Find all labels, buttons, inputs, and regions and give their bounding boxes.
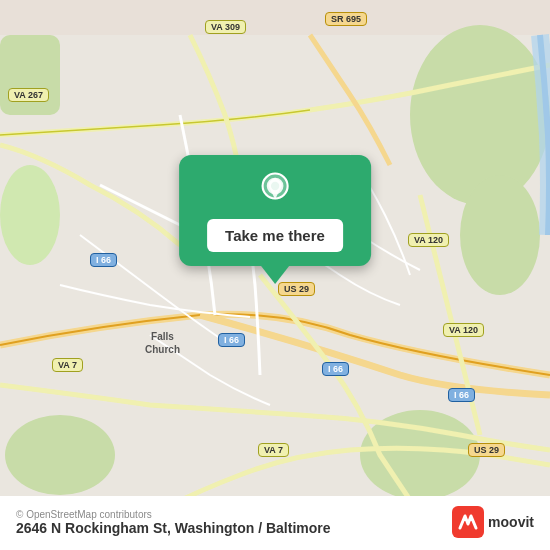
svg-rect-5 bbox=[0, 35, 60, 115]
copyright-text: © OpenStreetMap contributors bbox=[16, 509, 331, 520]
svg-point-2 bbox=[460, 175, 540, 295]
moovit-text: moovit bbox=[488, 514, 534, 530]
svg-point-1 bbox=[410, 25, 550, 205]
bottom-bar-info: © OpenStreetMap contributors 2646 N Rock… bbox=[16, 509, 331, 536]
moovit-icon bbox=[452, 506, 484, 538]
svg-point-6 bbox=[0, 165, 60, 265]
bottom-bar: © OpenStreetMap contributors 2646 N Rock… bbox=[0, 496, 550, 550]
svg-point-3 bbox=[5, 415, 115, 495]
popup-card: Take me there bbox=[179, 155, 371, 284]
address-text: 2646 N Rockingham St, Washington / Balti… bbox=[16, 520, 331, 536]
take-me-there-button[interactable]: Take me there bbox=[207, 219, 343, 252]
location-pin-icon bbox=[255, 171, 295, 211]
moovit-logo: moovit bbox=[452, 506, 534, 538]
map-container: SR 695 VA 309 VA 267 I 66 VA 7 US 29 I 6… bbox=[0, 0, 550, 550]
popup-tail bbox=[261, 266, 289, 284]
popup-box: Take me there bbox=[179, 155, 371, 266]
